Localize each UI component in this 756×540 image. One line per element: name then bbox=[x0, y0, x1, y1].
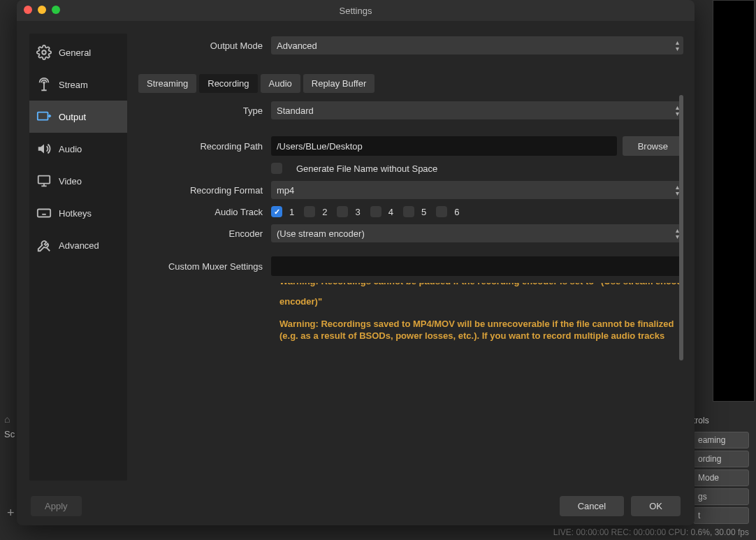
bg-misc: ⌂ bbox=[4, 414, 10, 425]
window-controls bbox=[24, 6, 60, 14]
gen-filename-label: Generate File Name without Space bbox=[296, 163, 437, 174]
output-mode-label: Output Mode bbox=[138, 41, 271, 51]
sidebar-item-label: Stream bbox=[59, 80, 88, 90]
tab-recording[interactable]: Recording bbox=[199, 74, 257, 93]
output-icon bbox=[36, 109, 52, 124]
window-title: Settings bbox=[340, 6, 372, 16]
bg-button[interactable]: ording bbox=[693, 451, 749, 467]
status-bar: LIVE: 00:00:00 REC: 00:00:00 CPU: 0.6%, … bbox=[553, 527, 749, 537]
gear-icon bbox=[36, 45, 52, 60]
scrollbar-thumb[interactable] bbox=[679, 95, 683, 360]
warning-text: Warning: Recordings saved to MP4/MOV wil… bbox=[279, 318, 681, 342]
audio-track-label: Audio Track bbox=[138, 207, 271, 217]
sidebar-item-advanced[interactable]: Advanced bbox=[29, 229, 127, 261]
bg-button[interactable]: eaming bbox=[693, 432, 749, 448]
settings-dialog: Settings General Stream Output bbox=[17, 0, 695, 525]
audio-track-4-checkbox[interactable] bbox=[370, 206, 381, 217]
svg-rect-4 bbox=[38, 210, 50, 217]
dialog-footer: Apply Cancel OK bbox=[17, 486, 695, 525]
sidebar-item-label: Audio bbox=[59, 144, 82, 154]
chevron-updown-icon bbox=[676, 39, 679, 52]
audio-track-5-checkbox[interactable] bbox=[403, 206, 414, 217]
add-icon[interactable]: + bbox=[7, 506, 15, 520]
muxer-input[interactable] bbox=[271, 256, 683, 276]
svg-rect-2 bbox=[38, 112, 48, 120]
audio-track-3-checkbox[interactable] bbox=[337, 206, 348, 217]
recording-format-label: Recording Format bbox=[138, 185, 271, 196]
sidebar-item-label: Output bbox=[59, 112, 86, 122]
cancel-button[interactable]: Cancel bbox=[560, 496, 624, 516]
tab-streaming[interactable]: Streaming bbox=[138, 74, 196, 93]
muxer-label: Custom Muxer Settings bbox=[138, 261, 271, 272]
ok-button[interactable]: OK bbox=[631, 496, 681, 516]
bg-controls-label: trols bbox=[693, 416, 709, 425]
close-icon[interactable] bbox=[24, 6, 32, 14]
type-select[interactable]: Standard bbox=[271, 101, 683, 119]
bg-button[interactable]: t bbox=[693, 507, 749, 524]
keyboard-icon bbox=[36, 205, 52, 221]
tools-icon bbox=[36, 238, 52, 253]
svg-point-1 bbox=[43, 82, 45, 83]
output-mode-select[interactable]: Advanced bbox=[271, 36, 683, 54]
audio-track-1-checkbox[interactable] bbox=[271, 206, 282, 217]
recording-path-input[interactable]: /Users/BLue/Desktop bbox=[271, 136, 617, 156]
sidebar-item-hotkeys[interactable]: Hotkeys bbox=[29, 197, 127, 229]
settings-content: Output Mode Advanced Streaming Recording… bbox=[138, 34, 683, 486]
bg-preview bbox=[713, 0, 755, 402]
titlebar: Settings bbox=[17, 0, 695, 21]
bg-button[interactable]: Mode bbox=[693, 469, 749, 486]
tab-audio[interactable]: Audio bbox=[261, 74, 300, 93]
sidebar-item-label: Advanced bbox=[59, 240, 99, 251]
svg-point-0 bbox=[42, 50, 46, 54]
monitor-icon bbox=[36, 173, 52, 189]
sidebar-item-output[interactable]: Output bbox=[29, 101, 127, 133]
sidebar-item-video[interactable]: Video bbox=[29, 165, 127, 197]
apply-button[interactable]: Apply bbox=[31, 496, 82, 516]
bg-misc: Sc bbox=[4, 429, 15, 439]
encoder-label: Encoder bbox=[138, 228, 271, 239]
encoder-select[interactable]: (Use stream encoder) bbox=[271, 224, 683, 242]
audio-track-2-checkbox[interactable] bbox=[304, 206, 315, 217]
warnings-area: Warning: Recordings cannot be paused if … bbox=[279, 283, 681, 350]
warning-text-cut: Warning: Recordings cannot be paused if … bbox=[279, 283, 681, 286]
sidebar-item-general[interactable]: General bbox=[29, 36, 127, 68]
minimize-icon[interactable] bbox=[38, 6, 46, 14]
speaker-icon bbox=[36, 141, 52, 156]
gen-filename-checkbox[interactable] bbox=[271, 163, 282, 174]
scrollbar[interactable] bbox=[679, 74, 683, 374]
tab-replay-buffer[interactable]: Replay Buffer bbox=[303, 74, 375, 93]
recording-format-select[interactable]: mp4 bbox=[271, 181, 683, 199]
sidebar-item-label: Hotkeys bbox=[59, 208, 92, 219]
audio-track-group: 1 2 3 4 5 6 bbox=[271, 206, 683, 217]
output-tabs: Streaming Recording Audio Replay Buffer bbox=[138, 74, 683, 93]
sidebar-item-audio[interactable]: Audio bbox=[29, 133, 127, 165]
antenna-icon bbox=[36, 77, 52, 92]
audio-track-6-checkbox[interactable] bbox=[436, 206, 447, 217]
bg-button[interactable]: gs bbox=[693, 488, 749, 505]
svg-rect-3 bbox=[38, 176, 50, 184]
type-label: Type bbox=[138, 105, 271, 116]
settings-sidebar: General Stream Output Audio bbox=[29, 34, 127, 481]
sidebar-item-stream[interactable]: Stream bbox=[29, 68, 127, 101]
sidebar-item-label: General bbox=[59, 48, 91, 58]
maximize-icon[interactable] bbox=[52, 6, 60, 14]
browse-button[interactable]: Browse bbox=[623, 136, 683, 156]
sidebar-item-label: Video bbox=[59, 176, 82, 187]
recording-path-label: Recording Path bbox=[138, 141, 271, 152]
warning-text-cut-end: encoder)" bbox=[279, 295, 681, 308]
